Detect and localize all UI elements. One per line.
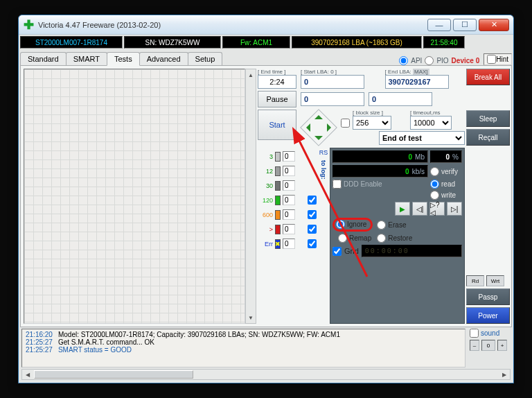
grid-vscroll[interactable]: ▲ ▼ — [245, 69, 256, 324]
ddd-checkbox[interactable] — [332, 180, 342, 189]
rs-label[interactable]: RS — [319, 149, 328, 156]
current-lba1-input[interactable] — [301, 92, 364, 106]
tab-advanced[interactable]: Advanced — [139, 52, 188, 65]
startlba-extra: 0 ] — [330, 69, 337, 75]
scroll-down-icon[interactable]: ▼ — [246, 312, 256, 323]
sleep-button[interactable]: Sleep — [466, 110, 510, 127]
tab-standard[interactable]: Standard — [20, 52, 66, 65]
tab-setup[interactable]: Setup — [188, 52, 223, 65]
app-window: ✚ Victoria 4.47 Freeware (2013-02-20) — … — [18, 15, 514, 383]
sound-minus-button[interactable]: – — [470, 340, 479, 351]
nav-pad[interactable] — [301, 110, 337, 146]
speed-log-checkbox[interactable] — [308, 196, 317, 205]
label-restore: Restore — [388, 234, 412, 242]
ddd-row: DDD Enable — [332, 180, 428, 189]
ddd-label: DDD Enable — [344, 180, 382, 188]
radio-read[interactable] — [430, 180, 439, 189]
timeout-select[interactable]: 10000 — [410, 116, 452, 130]
step-fwd-button[interactable]: ▷| — [447, 202, 462, 216]
log-text: SMART status = GOOD — [58, 346, 132, 354]
titlebar[interactable]: ✚ Victoria 4.47 Freeware (2013-02-20) — … — [19, 15, 513, 35]
passp-button[interactable]: Passp — [466, 288, 510, 305]
device-label: Device 0 — [452, 57, 480, 64]
wrt-button[interactable]: Wrt — [486, 275, 504, 286]
radio-ignore[interactable] — [336, 220, 345, 229]
scroll-thumb[interactable] — [34, 370, 193, 379]
hint-box[interactable]: Hint — [484, 53, 512, 65]
end-of-test-select[interactable]: End of test — [379, 131, 465, 145]
log-row: 21:25:27SMART status = GOOD — [26, 346, 461, 354]
current-lba2-input[interactable] — [369, 92, 432, 106]
minimize-button[interactable]: — — [427, 19, 451, 31]
maximize-button[interactable]: ☐ — [453, 19, 477, 31]
hint-label: Hint — [496, 55, 508, 63]
start-lba-input[interactable] — [301, 75, 364, 89]
speed-threshold: 120 — [258, 197, 273, 204]
scroll-left-icon[interactable]: ◀ — [22, 370, 33, 379]
kbs-unit: kb/s — [412, 168, 425, 175]
speed-color-icon: ✖ — [275, 239, 281, 249]
nav-left-icon[interactable] — [302, 123, 310, 132]
rd-button[interactable]: Rd — [466, 275, 484, 286]
tab-tests[interactable]: Tests — [107, 52, 140, 66]
play-button[interactable]: ▶ — [395, 202, 410, 216]
status-bar: ST2000LM007-1R8174 SN: WDZ7K5WW Fw: ACM1… — [20, 36, 512, 49]
nav-down-icon[interactable] — [314, 136, 323, 144]
scroll-right-icon[interactable]: ▶ — [499, 370, 510, 379]
pause-button[interactable]: Pause — [258, 91, 296, 107]
block-size-select[interactable]: 256 — [353, 116, 391, 130]
label-api: API — [411, 57, 422, 64]
radio-pio[interactable] — [425, 56, 434, 65]
speed-color-icon — [275, 166, 281, 176]
status-firmware: Fw: ACM1 — [222, 36, 290, 49]
step-back-button[interactable]: ◁| — [412, 202, 427, 216]
grid-label: Grid — [344, 247, 359, 255]
speed-count: 0 — [283, 239, 295, 249]
scroll-up-icon[interactable]: ▲ — [246, 69, 256, 80]
hscrollbar[interactable]: ◀ ▶ — [21, 369, 511, 380]
nav-up-icon[interactable] — [314, 111, 323, 119]
radio-write[interactable] — [430, 191, 439, 200]
radio-erase[interactable] — [377, 220, 386, 230]
action-column: Break All Sleep Reçall Rd Wrt Passp Powe… — [466, 69, 510, 324]
speed-threshold: 12 — [258, 168, 273, 175]
grid-checkbox[interactable] — [332, 247, 342, 256]
speed-count: 0 — [283, 180, 295, 191]
scan-grid — [24, 69, 245, 324]
tab-row: Standard SMART Tests Advanced Setup API … — [20, 50, 512, 65]
speed-threshold: 600 — [258, 211, 273, 218]
sound-plus-button[interactable]: + — [497, 340, 507, 351]
radio-api[interactable] — [399, 56, 408, 65]
radio-restore[interactable] — [377, 234, 386, 243]
speed-log-checkbox[interactable] — [308, 239, 317, 248]
label-write: write — [441, 191, 456, 199]
blocksize-checkbox[interactable] — [341, 119, 350, 128]
jump-qmark-button[interactable]: ▷?◁ — [429, 202, 445, 216]
nav-right-icon[interactable] — [327, 123, 335, 132]
speed-threshold: 30 — [258, 182, 273, 189]
break-all-button[interactable]: Break All — [466, 69, 510, 85]
close-button[interactable]: ✕ — [479, 19, 509, 31]
end-time-input[interactable] — [258, 75, 296, 89]
speed-threshold: > — [258, 226, 273, 233]
test-column: [ End time ] [ Start LBA: 0 ] [ End LBA:… — [258, 69, 465, 324]
recall-button[interactable]: Reçall — [466, 129, 510, 146]
radio-verify[interactable] — [430, 167, 439, 176]
window-title: Victoria 4.47 Freeware (2013-02-20) — [38, 21, 161, 29]
speed-color-icon — [275, 210, 281, 220]
tab-smart[interactable]: SMART — [66, 52, 107, 65]
speed-log-checkbox[interactable] — [308, 210, 317, 219]
speed-checks — [308, 148, 317, 324]
radio-remap[interactable] — [338, 234, 347, 243]
hint-checkbox[interactable] — [487, 55, 496, 64]
speed-legend: 3012030012006000>0Err✖0 — [258, 148, 306, 324]
start-button[interactable]: Start — [258, 110, 296, 140]
end-lba-input[interactable] — [385, 75, 449, 89]
sound-checkbox[interactable] — [470, 329, 479, 338]
timeout-label: [ timeout,ms — [410, 110, 465, 116]
speed-log-checkbox[interactable] — [308, 225, 317, 234]
endlba-max[interactable]: MAX] — [413, 69, 429, 75]
power-button[interactable]: Power — [466, 307, 510, 324]
label-read: read — [441, 180, 455, 188]
sound-label: sound — [481, 329, 499, 337]
